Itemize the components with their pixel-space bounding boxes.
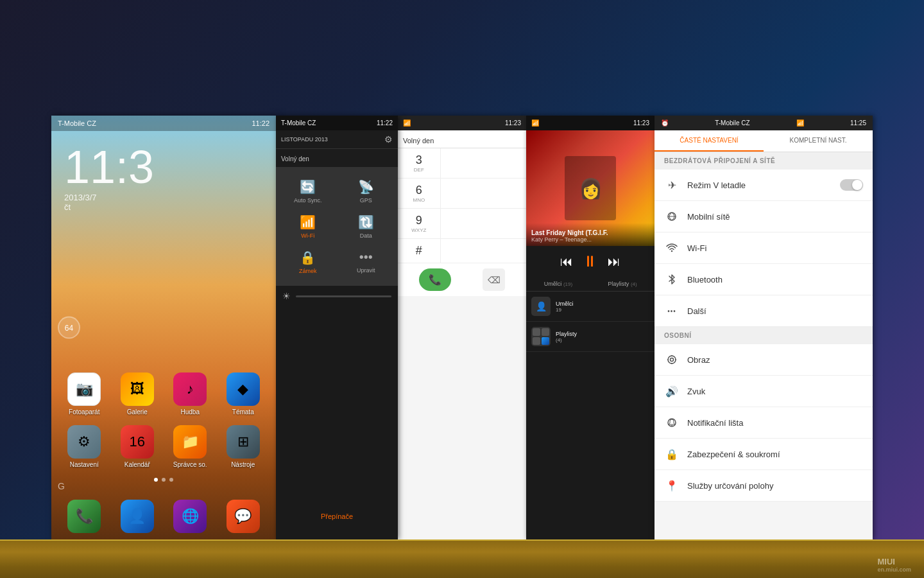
toggle-zamek[interactable]: 🔒 Zámek [279,245,337,279]
phone4-icons: 📶 [531,119,539,127]
spravce-icon: 📁 [173,425,207,459]
playlisty-list-info: Playlisty (4) [556,331,649,343]
dial-delete-button[interactable]: ⌫ [483,268,505,291]
app-temata[interactable]: ◆ Témata [220,372,267,416]
phones-container: T-Mobile CZ 11:22 11:3 2013/3/7 čt 64 G … [51,39,873,539]
gps-icon: 📡 [358,179,374,195]
music-prev-button[interactable]: ⏮ [560,254,573,269]
settings-tabs: ČASTÉ NASTAVENÍ KOMPLETNÍ NAST. [654,130,873,152]
umelci-list-icon: 👤 [531,297,551,316]
toggle-data[interactable]: 🔃 Data [338,209,395,244]
dial-key-empty2 [483,148,526,179]
notifikace-icon [664,415,680,430]
music-list-item-playlisty[interactable]: Playlisty (4) [526,322,654,352]
app-nastaveni[interactable]: ⚙ Nastavení [61,425,108,468]
settings-item-notifikace[interactable]: Notifikační lišta [654,407,873,439]
toggle-gps[interactable]: 📡 GPS [338,174,395,209]
dock-browser[interactable]: 🌐 [167,500,214,533]
phone1-dock: 📞 👤 🌐 💬 [51,500,276,533]
settings-item-airplane[interactable]: ✈ Režim V letadle [654,170,873,201]
dock-messages[interactable]: 💬 [220,500,267,533]
settings-item-obraz[interactable]: Obraz [654,344,873,376]
umelci-label: Umělci [544,281,562,287]
galerie-icon: 🖼 [121,372,154,406]
brightness-bar[interactable] [296,295,391,297]
phone5-carrier: T-Mobile CZ [715,119,749,127]
dial-key-hash[interactable]: # [398,239,441,263]
airplane-toggle[interactable] [840,179,863,191]
settings-item-location[interactable]: 📍 Služby určování polohy [654,470,873,502]
circle-badge: 64 [58,317,80,339]
toggle-upravit[interactable]: ••• Upravit [338,245,395,279]
music-tab-playlisty[interactable]: Playlisty (4) [590,277,654,291]
settings-item-dalsi[interactable]: ••• Další [654,295,873,327]
page-dots [61,478,266,482]
dock-phone[interactable]: 📞 [61,500,108,533]
settings-section-personal: OSOBNÍ [654,327,873,344]
music-tabs: Umělci (19) Playlisty (4) [526,277,654,292]
phone3-header: Volný den [398,130,526,148]
dial-key-empty4 [483,179,526,209]
page-dot-2 [162,478,166,482]
phone3-time: 11:23 [505,119,521,127]
music-pause-button[interactable]: ⏸ [583,252,598,270]
wood-strip [0,539,924,578]
mobile-network-icon [664,209,680,224]
phone5-status-bar: ⏰ T-Mobile CZ 📶 11:25 [654,116,873,130]
svg-point-2 [668,356,676,363]
dial-key-6[interactable]: 6 MNO [398,179,441,209]
dial-key-3[interactable]: 3 DEF [398,148,441,179]
app-fotoaparat[interactable]: 📷 Fotoaparát [61,372,108,416]
zvuk-icon: 🔊 [664,383,680,399]
settings-item-wifi[interactable]: Wi-Fi [654,232,873,264]
app-hudba[interactable]: ♪ Hudba [167,372,214,416]
settings-gear-icon[interactable]: ⚙ [384,134,393,144]
phone1-apps: 📷 Fotoaparát 🖼 Galerie ♪ Hudba ◆ Témata [51,372,276,488]
upravit-icon: ••• [359,250,373,265]
music-info-overlay: Last Friday Night (T.G.I.F. Katy Perry –… [526,223,654,246]
brightness-row: ☀ [276,286,398,306]
phone1-date: 2013/3/7 čt [51,190,276,215]
settings-tab-caste[interactable]: ČASTÉ NASTAVENÍ [654,130,764,152]
dock-contacts[interactable]: 👤 [114,500,161,533]
svg-point-3 [671,358,674,362]
phone2-footer[interactable]: Přepínače [276,512,398,520]
settings-item-security[interactable]: 🔒 Zabezpečení & soukromí [654,439,873,470]
app-kalendar[interactable]: 16 Kalendář [114,425,161,468]
settings-item-bluetooth[interactable]: Bluetooth [654,264,873,295]
notification-text: Volný den [281,155,309,162]
phone2-time: 11:22 [377,119,393,127]
phone1-time-status: 11:22 [252,119,270,127]
settings-item-mobile[interactable]: Mobilní sítě [654,201,873,232]
phone3-status-bar: 📶 11:23 [398,116,526,130]
app-nastroje[interactable]: ⊞ Nástroje [220,425,267,468]
svg-point-8 [668,419,676,426]
app-galerie[interactable]: 🖼 Galerie [114,372,161,416]
dial-key-empty5 [441,209,484,239]
toggle-autosync[interactable]: 🔄 Auto Sync. [279,174,337,209]
page-dot-3 [169,478,173,482]
temata-icon: ◆ [227,372,260,406]
settings-tab-kompletni[interactable]: KOMPLETNÍ NAST. [764,130,873,152]
toggle-wifi[interactable]: 📶 Wi-Fi [279,209,337,244]
music-list-item-umelci[interactable]: 👤 Umělci 19 [526,292,654,322]
phone2-status-bar: T-Mobile CZ 11:22 [276,116,398,130]
phone5-alarm-icon: ⏰ [661,119,669,127]
phone4-screen: 📶 11:23 👩 Last Friday Night (T.G.I.F. Ka… [526,116,654,539]
phone4-status-bar: 📶 11:23 [526,116,654,130]
data-icon: 🔃 [358,215,374,230]
notification-date: LISTOPADU 2013 [281,136,328,143]
phone2-carrier: T-Mobile CZ [281,119,316,127]
airplane-icon: ✈ [664,177,680,193]
phone5-screen: ⏰ T-Mobile CZ 📶 11:25 ČASTÉ NASTAVENÍ KO… [654,116,873,539]
nastaveni-icon: ⚙ [67,425,101,459]
obraz-icon [664,352,680,367]
music-tab-umelci[interactable]: Umělci (19) [526,277,590,291]
dock-contacts-icon: 👤 [121,500,154,533]
app-spravce[interactable]: 📁 Správce so. [167,425,214,468]
settings-item-zvuk[interactable]: 🔊 Zvuk [654,376,873,407]
quick-toggles: 🔄 Auto Sync. 📡 GPS 📶 Wi-Fi 🔃 Data 🔒 [276,168,398,286]
music-next-button[interactable]: ⏭ [608,254,620,269]
dial-call-button[interactable]: 📞 [419,268,451,291]
dial-key-9[interactable]: 9 WXYZ [398,209,441,239]
